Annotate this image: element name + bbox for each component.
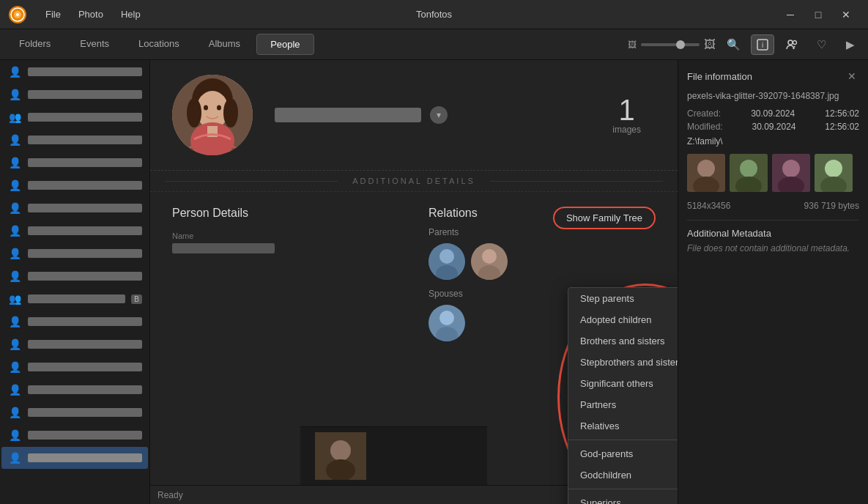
sidebar-item[interactable]: 👤 <box>1 152 148 174</box>
thumb-2[interactable] <box>730 154 768 192</box>
sidebar-name <box>28 204 142 212</box>
zoom-slider[interactable] <box>641 43 700 46</box>
profile-name-dropdown[interactable]: ▾ <box>430 106 448 124</box>
tab-locations[interactable]: Locations <box>125 34 193 55</box>
dropdown-item-godchildren[interactable]: Godchildren <box>568 464 678 486</box>
sidebar-badge: B <box>131 294 142 304</box>
person-icon: 👤 <box>7 133 22 147</box>
svg-text:i: i <box>762 41 763 49</box>
modified-label: Modified: <box>687 122 723 132</box>
sidebar-name <box>28 317 142 326</box>
details-line-left <box>165 181 338 182</box>
sidebar-item[interactable]: 👤 <box>1 379 148 401</box>
svg-point-14 <box>204 105 208 111</box>
people-view-button[interactable] <box>780 34 804 55</box>
person-icon: 👤 <box>7 201 22 215</box>
person-icon: 👤 <box>7 246 22 261</box>
dropdown-item-god-parents[interactable]: God-parents <box>568 443 678 464</box>
panel-title: File information <box>687 71 752 82</box>
sidebar-item[interactable]: 👤 <box>1 84 148 105</box>
menu-file[interactable]: File <box>38 6 68 23</box>
close-button[interactable]: ✕ <box>833 4 859 25</box>
person-profile: ▾ 1 images <box>150 60 678 171</box>
sidebar-item[interactable]: 👤 <box>1 174 148 196</box>
window-controls: ─ □ ✕ <box>777 4 859 25</box>
dropdown-item-brothers-sisters[interactable]: Brothers and sisters <box>568 330 678 352</box>
thumb-3[interactable] <box>772 154 810 192</box>
additional-meta-title: Additional Metadata <box>687 220 859 239</box>
spouse-avatar-1[interactable] <box>429 305 465 341</box>
sidebar-name <box>28 453 142 462</box>
sidebar-name <box>28 408 142 417</box>
sidebar-item[interactable]: 👥 B <box>1 288 148 310</box>
title-bar: File Photo Help Tonfotos ─ □ ✕ <box>0 0 868 29</box>
dropdown-item-superiors[interactable]: Superiors <box>568 492 678 504</box>
info-button[interactable]: i <box>751 34 774 55</box>
sidebar-name <box>28 181 142 190</box>
menu-help[interactable]: Help <box>114 6 148 23</box>
sidebar-item[interactable]: 👤 <box>1 220 148 242</box>
svg-point-17 <box>439 249 454 264</box>
sidebar-item[interactable]: 👤 <box>1 61 148 83</box>
dropdown-divider-2 <box>568 489 678 489</box>
sidebar-name <box>28 67 142 76</box>
sidebar-item[interactable]: 👤 <box>1 311 148 333</box>
dropdown-item-stepbrothers-sisters[interactable]: Stepbrothers and sisters <box>568 352 678 373</box>
tab-events[interactable]: Events <box>67 34 122 55</box>
thumb-1[interactable] <box>687 154 725 192</box>
status-text: Ready <box>157 490 183 500</box>
dropdown-item-relatives[interactable]: Relatives <box>568 415 678 437</box>
file-size: 936 719 bytes <box>804 201 859 211</box>
app-title: Tonfotos <box>416 9 452 20</box>
sidebar-name <box>28 249 142 258</box>
tab-folders[interactable]: Folders <box>6 34 64 55</box>
dropdown-item-partners[interactable]: Partners <box>568 394 678 415</box>
sidebar-name <box>28 226 142 235</box>
sidebar-item[interactable]: 👥 <box>1 106 148 128</box>
sidebar-item[interactable]: 👤 <box>1 129 148 151</box>
panel-header: File information ✕ <box>687 69 859 84</box>
modified-time: 12:56:02 <box>825 122 859 132</box>
file-name: pexels-vika-glitter-392079-1648387.jpg <box>687 91 859 101</box>
heart-button[interactable]: ♡ <box>809 34 833 55</box>
app-icon <box>9 6 26 23</box>
sidebar-name <box>28 158 142 167</box>
sidebar-item[interactable]: 👤 <box>1 424 148 446</box>
zoom-icon-large: 🖼 <box>704 38 716 51</box>
nav-bar: Folders Events Locations Albums People 🖼… <box>0 29 868 60</box>
name-field-value <box>172 243 275 253</box>
tab-albums[interactable]: Albums <box>196 34 253 55</box>
menu-photo[interactable]: Photo <box>71 6 111 23</box>
strip-thumbnail[interactable] <box>315 432 366 480</box>
minimize-button[interactable]: ─ <box>777 4 804 25</box>
sidebar-item[interactable]: 👤 <box>1 401 148 423</box>
search-button[interactable]: 🔍 <box>722 34 745 55</box>
person-icon: 👤 <box>7 405 22 420</box>
created-time: 12:56:02 <box>825 108 859 119</box>
sidebar-item[interactable]: 👤 <box>1 242 148 264</box>
play-button[interactable]: ▶ <box>839 34 862 55</box>
parent-avatar-2[interactable] <box>471 243 508 280</box>
tab-people[interactable]: People <box>256 34 314 55</box>
person-icon: 👥 <box>7 110 22 125</box>
person-icon: 👤 <box>7 451 22 465</box>
thumb-4[interactable] <box>815 154 853 192</box>
parent-avatar-1[interactable] <box>429 243 465 280</box>
dropdown-item-significant-others[interactable]: Significant others <box>568 373 678 394</box>
panel-close-button[interactable]: ✕ <box>845 69 859 84</box>
created-date: 30.09.2024 <box>751 108 795 119</box>
show-family-tree-button[interactable]: Show Family Tree <box>553 207 656 229</box>
sidebar-item[interactable]: 👤 <box>1 197 148 219</box>
maximize-button[interactable]: □ <box>805 4 831 25</box>
sidebar-name <box>28 272 142 281</box>
sidebar-name <box>28 113 142 122</box>
svg-point-29 <box>697 160 715 177</box>
dropdown-item-adopted-children[interactable]: Adopted children <box>568 309 678 330</box>
dropdown-item-step-parents[interactable]: Step parents <box>568 288 678 309</box>
sidebar-item[interactable]: 👤 <box>1 265 148 287</box>
sidebar-item[interactable]: 👤 <box>1 356 148 378</box>
sidebar-item[interactable]: 👤 <box>1 333 148 355</box>
person-details-col: Person Details Name <box>172 207 399 350</box>
person-icon: 👤 <box>7 269 22 284</box>
sidebar-item-active[interactable]: 👤 <box>1 447 148 469</box>
